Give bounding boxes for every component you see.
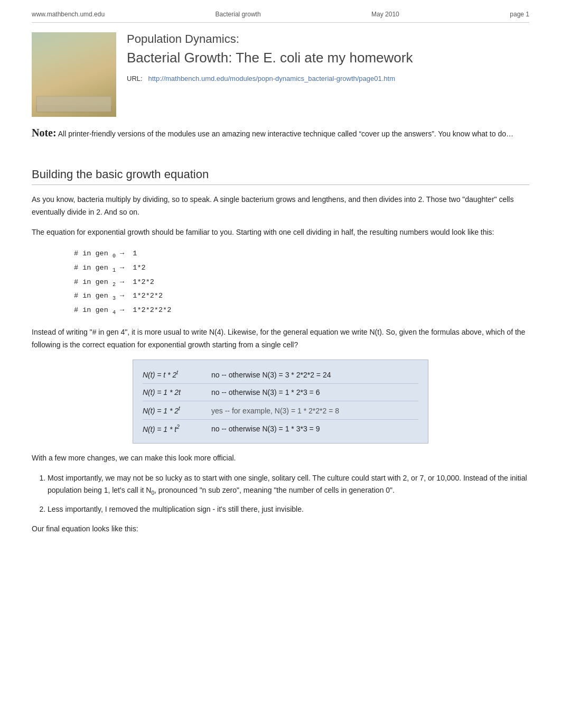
header-date: May 2010 xyxy=(371,11,399,18)
section1-para2: The equation for exponential growth shou… xyxy=(32,226,529,239)
hero-main-title: Bacterial Growth: The E. coli ate my hom… xyxy=(127,49,529,67)
header-title: Bacterial growth xyxy=(216,11,261,18)
hero-section: Population Dynamics: Bacterial Growth: T… xyxy=(32,32,529,117)
hero-text: Population Dynamics: Bacterial Growth: T… xyxy=(127,32,529,82)
note-text: All printer-friendly versions of the mod… xyxy=(58,130,513,138)
answer-row-3: N(t) = 1 * t2 no -- otherwise N(3) = 1 *… xyxy=(143,420,418,438)
section1: Building the basic growth equation As yo… xyxy=(32,168,529,535)
answer-row-1: N(t) = 1 * 2t no -- otherwise N(3) = 1 *… xyxy=(143,384,418,401)
answer-note-0: no -- otherwise N(3) = 3 * 2*2*2 = 24 xyxy=(211,371,418,379)
answer-eq-0: N(t) = t * 2t xyxy=(143,370,211,379)
equation-block: # in gen 0 → 1 # in gen 1 → 1*2 # in gen… xyxy=(74,247,529,317)
answer-eq-3: N(t) = 1 * t2 xyxy=(143,424,211,434)
hero-subtitle: Population Dynamics: xyxy=(127,32,529,46)
header-url: www.mathbench.umd.edu xyxy=(32,11,105,18)
eq-line-3: # in gen 3 → 1*2*2*2 xyxy=(74,289,529,303)
answer-note-2: yes -- for example, N(3) = 1 * 2*2*2 = 8 xyxy=(211,407,418,415)
eq-line-0: # in gen 0 → 1 xyxy=(74,247,529,261)
hero-url-line: URL: http://mathbench.umd.edu/modules/po… xyxy=(127,75,529,82)
answer-row-2: N(t) = 1 * 2t yes -- for example, N(3) =… xyxy=(143,401,418,420)
section1-para3: Instead of writing "# in gen 4", it is m… xyxy=(32,326,529,352)
page-container: www.mathbench.umd.edu Bacterial growth M… xyxy=(0,0,561,561)
answer-table: N(t) = t * 2t no -- otherwise N(3) = 3 *… xyxy=(133,360,428,444)
answer-eq-1: N(t) = 1 * 2t xyxy=(143,388,211,397)
eq-line-1: # in gen 1 → 1*2 xyxy=(74,261,529,275)
eq-line-2: # in gen 2 → 1*2*2 xyxy=(74,275,529,290)
list-item-2: Less importantly, I removed the multipli… xyxy=(48,503,529,515)
answer-note-1: no -- otherwise N(3) = 1 * 2*3 = 6 xyxy=(211,388,418,397)
section1-para4: With a few more changes, we can make thi… xyxy=(32,452,529,465)
answer-row-0: N(t) = t * 2t no -- otherwise N(3) = 3 *… xyxy=(143,365,418,384)
list-item-1: Most importantly, we may not be so lucky… xyxy=(48,472,529,497)
header-bar: www.mathbench.umd.edu Bacterial growth M… xyxy=(32,11,529,23)
eq-line-4: # in gen 4 → 1*2*2*2*2 xyxy=(74,303,529,318)
note-label: Note: xyxy=(32,127,57,139)
numbered-list: Most importantly, we may not be so lucky… xyxy=(48,472,529,515)
note-section: Note: All printer-friendly versions of t… xyxy=(32,124,529,141)
hero-image xyxy=(32,32,116,117)
section1-para5: Our final equation looks like this: xyxy=(32,523,529,536)
answer-eq-2: N(t) = 1 * 2t xyxy=(143,406,211,415)
hero-url-link[interactable]: http://mathbench.umd.edu/modules/popn-dy… xyxy=(148,75,395,82)
section1-heading: Building the basic growth equation xyxy=(32,168,529,185)
answer-note-3: no -- otherwise N(3) = 1 * 3*3 = 9 xyxy=(211,425,418,433)
section1-para1: As you know, bacteria multiply by dividi… xyxy=(32,193,529,219)
header-page: page 1 xyxy=(510,11,529,18)
